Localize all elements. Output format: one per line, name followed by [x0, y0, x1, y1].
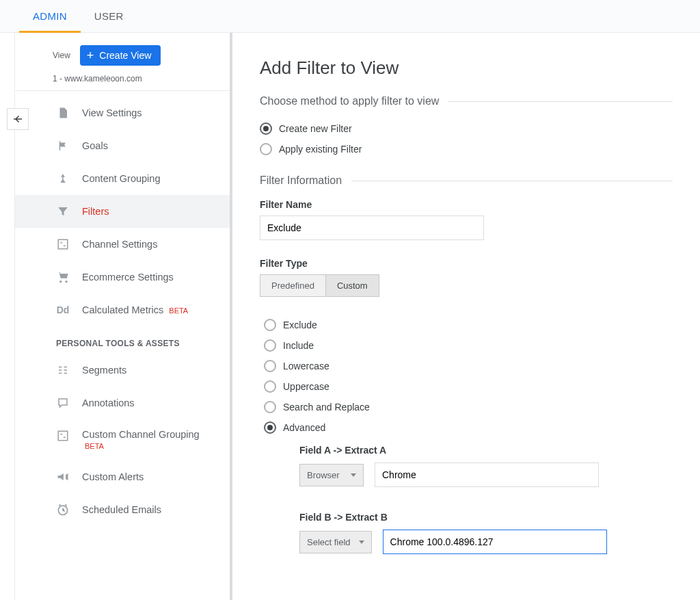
- left-gutter: [0, 33, 15, 600]
- megaphone-icon: [56, 470, 70, 484]
- radio-label: Include: [283, 340, 314, 351]
- chevron-down-icon: [359, 540, 364, 544]
- grouping-icon: [56, 172, 70, 185]
- beta-tag: BETA: [85, 442, 104, 450]
- channel-icon: [56, 237, 70, 251]
- sidebar-item-content-grouping[interactable]: Content Grouping: [15, 162, 230, 195]
- sidebar-item-label: Custom Channel Grouping BETA: [82, 429, 200, 451]
- field-a-input[interactable]: [375, 462, 599, 487]
- radio-label: Search and Replace: [283, 402, 370, 413]
- chevron-down-icon: [351, 473, 356, 477]
- create-view-button[interactable]: + Create View: [80, 45, 161, 66]
- radio-icon: [264, 421, 276, 434]
- sidebar-item-scheduled-emails[interactable]: Scheduled Emails: [15, 493, 230, 526]
- sidebar-item-view-settings[interactable]: View Settings: [15, 96, 230, 129]
- create-view-label: Create View: [99, 50, 151, 61]
- flag-icon: [56, 139, 70, 153]
- page-title: Add Filter to View: [260, 57, 673, 79]
- view-subtitle[interactable]: 1 - www.kameleoon.com: [15, 71, 230, 91]
- sidebar-item-label: Content Grouping: [82, 173, 160, 184]
- field-b-input[interactable]: [383, 530, 607, 554]
- sidebar-item-calculated-metrics[interactable]: Dd Calculated Metrics BETA: [15, 294, 230, 326]
- plus-icon: +: [87, 51, 94, 60]
- clock-icon: [56, 503, 70, 517]
- radio-label: Create new Filter: [279, 123, 352, 134]
- select-label: Select field: [307, 537, 351, 547]
- radio-icon: [264, 360, 276, 372]
- radio-include[interactable]: Include: [264, 335, 673, 356]
- svg-rect-0: [58, 239, 68, 249]
- dd-icon: Dd: [56, 303, 70, 317]
- funnel-icon: [56, 205, 70, 218]
- radio-icon: [260, 143, 272, 155]
- main-content: Add Filter to View Choose method to appl…: [232, 33, 700, 600]
- radio-search-replace[interactable]: Search and Replace: [264, 397, 673, 417]
- radio-icon: [260, 122, 272, 135]
- sidebar-item-label: Ecommerce Settings: [82, 272, 174, 283]
- field-b-select[interactable]: Select field: [299, 531, 372, 553]
- arrow-left-icon: [12, 113, 24, 125]
- radio-label: Uppercase: [283, 381, 329, 392]
- field-b-title: Field B -> Extract B: [299, 512, 673, 523]
- back-button[interactable]: [7, 108, 29, 130]
- radio-lowercase[interactable]: Lowercase: [264, 356, 673, 376]
- filter-type-custom[interactable]: Custom: [326, 275, 379, 296]
- radio-exclude[interactable]: Exclude: [264, 315, 673, 335]
- filter-name-label: Filter Name: [260, 199, 673, 210]
- radio-icon: [264, 319, 276, 331]
- field-a-select[interactable]: Browser: [299, 464, 364, 486]
- sidebar-item-annotations[interactable]: Annotations: [15, 387, 230, 419]
- radio-icon: [264, 401, 276, 413]
- radio-apply-existing-filter[interactable]: Apply existing Filter: [260, 139, 673, 159]
- sidebar-item-label: Segments: [82, 365, 126, 376]
- radio-label: Exclude: [283, 319, 317, 330]
- sidebar-item-label: Scheduled Emails: [82, 504, 161, 515]
- beta-tag: BETA: [169, 306, 188, 315]
- sidebar-item-label: Filters: [82, 206, 109, 217]
- cart-icon: [56, 270, 70, 284]
- radio-uppercase[interactable]: Uppercase: [264, 376, 673, 397]
- sidebar-item-label: Annotations: [82, 397, 135, 408]
- sidebar: View + Create View 1 - www.kameleoon.com…: [15, 33, 232, 600]
- sidebar-item-label: View Settings: [82, 107, 142, 118]
- sidebar-item-filters[interactable]: Filters: [15, 195, 230, 228]
- filter-type-label: Filter Type: [260, 258, 673, 269]
- sidebar-item-custom-channel-grouping[interactable]: Custom Channel Grouping BETA: [15, 419, 230, 460]
- channel-grouping-icon: [56, 429, 70, 443]
- radio-label: Apply existing Filter: [279, 144, 362, 155]
- section-choose-method: Choose method to apply filter to view: [260, 95, 673, 107]
- sidebar-item-label: Custom Alerts: [82, 471, 144, 482]
- sidebar-item-label: Calculated Metrics BETA: [82, 304, 188, 315]
- select-label: Browser: [307, 470, 340, 480]
- field-a-title: Field A -> Extract A: [299, 445, 673, 456]
- top-tabs: ADMIN USER: [0, 0, 700, 33]
- tab-admin[interactable]: ADMIN: [19, 0, 81, 33]
- radio-create-new-filter[interactable]: Create new Filter: [260, 118, 673, 139]
- tab-user[interactable]: USER: [81, 0, 137, 33]
- sidebar-item-segments[interactable]: Segments: [15, 354, 230, 387]
- filter-type-tabs: Predefined Custom: [260, 274, 379, 297]
- sidebar-section-header: PERSONAL TOOLS & ASSETS: [15, 326, 230, 354]
- file-icon: [56, 106, 70, 120]
- filter-name-input[interactable]: [260, 216, 484, 240]
- radio-label: Advanced: [283, 422, 325, 433]
- sidebar-item-ecommerce-settings[interactable]: Ecommerce Settings: [15, 261, 230, 294]
- sidebar-item-label: Channel Settings: [82, 239, 157, 250]
- radio-icon: [264, 339, 276, 352]
- sidebar-item-custom-alerts[interactable]: Custom Alerts: [15, 460, 230, 493]
- section-filter-information: Filter Information: [260, 174, 673, 187]
- comment-icon: [56, 396, 70, 410]
- radio-label: Lowercase: [283, 361, 329, 371]
- filter-type-predefined[interactable]: Predefined: [260, 275, 326, 296]
- sidebar-item-channel-settings[interactable]: Channel Settings: [15, 228, 230, 261]
- svg-rect-1: [58, 431, 68, 441]
- radio-advanced[interactable]: Advanced: [264, 417, 673, 438]
- view-label: View: [53, 51, 70, 60]
- segments-icon: [56, 363, 70, 377]
- sidebar-item-label: Goals: [82, 140, 108, 151]
- sidebar-item-goals[interactable]: Goals: [15, 129, 230, 162]
- radio-icon: [264, 380, 276, 393]
